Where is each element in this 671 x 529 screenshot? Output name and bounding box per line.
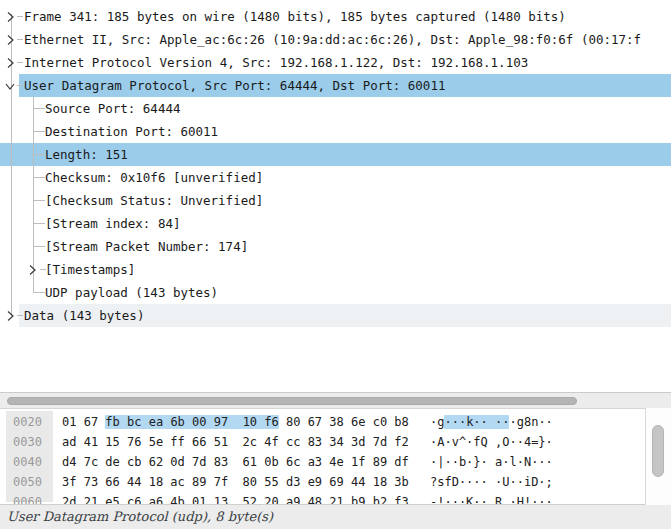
- tree-branch-guide: [33, 177, 45, 178]
- tree-row[interactable]: Frame 341: 185 bytes on wire (1480 bits)…: [0, 5, 671, 28]
- tree-branch-guide: [33, 246, 45, 247]
- tree-row-label[interactable]: Internet Protocol Version 4, Src: 192.16…: [24, 51, 528, 74]
- hex-bytes[interactable]: 2d 21 e5 c6 a6 4b 01 13 52 20 a9 48 21 b…: [62, 492, 409, 505]
- tree-row[interactable]: [Stream Packet Number: 174]: [0, 235, 671, 258]
- bytes[interactable]: ·|··b·}· a·l·N···: [430, 455, 553, 469]
- ascii-bytes[interactable]: ·A·v^·fQ ,O··4=}·: [430, 432, 553, 452]
- ascii-bytes[interactable]: ?sfD···· ·U··iD·;: [430, 472, 553, 492]
- bytes[interactable]: ·g: [430, 415, 444, 429]
- hex-bytes[interactable]: 3f 73 66 44 18 ac 89 7f 80 55 d3 e9 69 4…: [62, 472, 409, 492]
- chevron-right-icon[interactable]: [4, 57, 16, 69]
- tree-branch-guide: [17, 85, 23, 86]
- tree-row-label[interactable]: [Checksum Status: Unverified]: [45, 189, 263, 212]
- tree-branch-guide: [33, 154, 45, 155]
- ascii-bytes[interactable]: -!···K·· R ·H!···: [430, 492, 553, 505]
- bytes[interactable]: ·A·v^·fQ ,O··4=}·: [430, 435, 553, 449]
- hex-row[interactable]: 0030ad 41 15 76 5e ff 66 51 2c 4f cc 83 …: [0, 432, 645, 452]
- hex-offset: 0020: [13, 412, 42, 432]
- hex-row[interactable]: 002001 67 fb bc ea 6b 00 97 10 f6 80 67 …: [0, 412, 645, 432]
- tree-row-label[interactable]: User Datagram Protocol, Src Port: 64444,…: [24, 74, 445, 97]
- tree-row[interactable]: Internet Protocol Version 4, Src: 192.16…: [0, 51, 671, 74]
- tree-branch-guide: [33, 97, 34, 292]
- tree-row-label[interactable]: Frame 341: 185 bytes on wire (1480 bits)…: [24, 5, 566, 28]
- tree-row[interactable]: UDP payload (143 bytes): [0, 281, 671, 304]
- ascii-bytes[interactable]: ·|··b·}· a·l·N···: [430, 452, 553, 472]
- hex-offset: 0040: [13, 452, 42, 472]
- tree-row[interactable]: [Checksum Status: Unverified]: [0, 189, 671, 212]
- tree-row[interactable]: Length: 151: [0, 143, 671, 166]
- tree-row[interactable]: Ethernet II, Src: Apple_ac:6c:26 (10:9a:…: [0, 28, 671, 51]
- tree-row-label[interactable]: Checksum: 0x10f6 [unverified]: [45, 166, 263, 189]
- bytes[interactable]: ·g8n··: [509, 415, 552, 429]
- horizontal-scrollbar[interactable]: [0, 393, 671, 408]
- tree-row[interactable]: Checksum: 0x10f6 [unverified]: [0, 166, 671, 189]
- tree-row-label[interactable]: Source Port: 64444: [45, 97, 180, 120]
- hex-bytes[interactable]: d4 7c de cb 62 0d 7d 83 61 0b 6c a3 4e 1…: [62, 452, 409, 472]
- chevron-right-icon[interactable]: [4, 310, 16, 322]
- vertical-scrollbar-thumb[interactable]: [652, 425, 664, 477]
- bytes[interactable]: 80 67 38 6e c0 b8: [279, 415, 409, 429]
- bytes[interactable]: ?sfD···· ·U··iD·;: [430, 475, 553, 489]
- tree-row-label[interactable]: [Stream Packet Number: 174]: [45, 235, 248, 258]
- hex-bytes[interactable]: 01 67 fb bc ea 6b 00 97 10 f6 80 67 38 6…: [62, 412, 409, 432]
- hex-row[interactable]: 0040d4 7c de cb 62 0d 7d 83 61 0b 6c a3 …: [0, 452, 645, 472]
- tree-branch-guide: [33, 223, 45, 224]
- chevron-right-icon[interactable]: [4, 11, 16, 23]
- tree-branch-guide: [17, 315, 23, 316]
- tree-row[interactable]: Data (143 bytes): [0, 304, 671, 327]
- hex-bytes[interactable]: ad 41 15 76 5e ff 66 51 2c 4f cc 83 34 3…: [62, 432, 409, 452]
- tree-branch-guide: [17, 39, 23, 40]
- chevron-right-icon[interactable]: [4, 34, 16, 46]
- tree-row[interactable]: [Stream index: 84]: [0, 212, 671, 235]
- ascii-bytes[interactable]: ·g···k·· ···g8n··: [430, 412, 553, 432]
- hex-row[interactable]: 00602d 21 e5 c6 a6 4b 01 13 52 20 a9 48 …: [0, 492, 645, 505]
- tree-row[interactable]: Destination Port: 60011: [0, 120, 671, 143]
- tree-row-label[interactable]: Ethernet II, Src: Apple_ac:6c:26 (10:9a:…: [24, 28, 641, 51]
- tree-row-label[interactable]: UDP payload (143 bytes): [45, 281, 218, 304]
- bytes[interactable]: -!···K·· R ·H!···: [430, 495, 553, 505]
- chevron-down-icon[interactable]: [4, 80, 16, 92]
- status-field-info: User Datagram Protocol (udp), 8 byte(s): [7, 509, 273, 524]
- bytes[interactable]: 2d 21 e5 c6 a6 4b 01 13 52 20 a9 48 21 b…: [62, 495, 409, 505]
- packet-bytes-pane: 002001 67 fb bc ea 6b 00 97 10 f6 80 67 …: [0, 408, 671, 505]
- hex-row[interactable]: 00503f 73 66 44 18 ac 89 7f 80 55 d3 e9 …: [0, 472, 645, 492]
- status-bar: User Datagram Protocol (udp), 8 byte(s): [0, 506, 671, 529]
- tree-branch-guide: [17, 16, 23, 17]
- bytes[interactable]: 01 67: [62, 415, 105, 429]
- tree-branch-guide: [17, 62, 23, 63]
- tree-row-label[interactable]: Data (143 bytes): [24, 304, 144, 327]
- bytes[interactable]: 3f 73 66 44 18 ac 89 7f 80 55 d3 e9 69 4…: [62, 475, 409, 489]
- tree-row-label[interactable]: Length: 151: [45, 143, 128, 166]
- bytes[interactable]: ad 41 15 76 5e ff 66 51 2c 4f cc 83 34 3…: [62, 435, 409, 449]
- tree-row-label[interactable]: Destination Port: 60011: [45, 120, 218, 143]
- chevron-right-icon[interactable]: [26, 264, 38, 276]
- selected-bytes[interactable]: ···k·· ··: [444, 415, 509, 429]
- selected-bytes[interactable]: fb bc ea 6b 00 97 10 f6: [105, 415, 278, 429]
- hex-offset: 0050: [13, 472, 42, 492]
- vertical-scrollbar[interactable]: [645, 408, 671, 505]
- horizontal-scrollbar-thumb[interactable]: [7, 397, 577, 405]
- tree-branch-guide: [33, 200, 45, 201]
- tree-row[interactable]: Source Port: 64444: [0, 97, 671, 120]
- hex-offset: 0060: [13, 492, 42, 505]
- tree-row-label[interactable]: [Stream index: 84]: [45, 212, 180, 235]
- tree-branch-guide: [33, 108, 45, 109]
- tree-row-label[interactable]: [Timestamps]: [45, 258, 135, 281]
- tree-row[interactable]: [Timestamps]: [0, 258, 671, 281]
- packet-details-pane: Frame 341: 185 bytes on wire (1480 bits)…: [0, 0, 671, 393]
- hex-offset: 0030: [13, 432, 42, 452]
- bytes[interactable]: d4 7c de cb 62 0d 7d 83 61 0b 6c a3 4e 1…: [62, 455, 409, 469]
- tree-row[interactable]: User Datagram Protocol, Src Port: 64444,…: [0, 74, 671, 97]
- tree-branch-guide: [33, 292, 45, 293]
- tree-branch-guide: [33, 131, 45, 132]
